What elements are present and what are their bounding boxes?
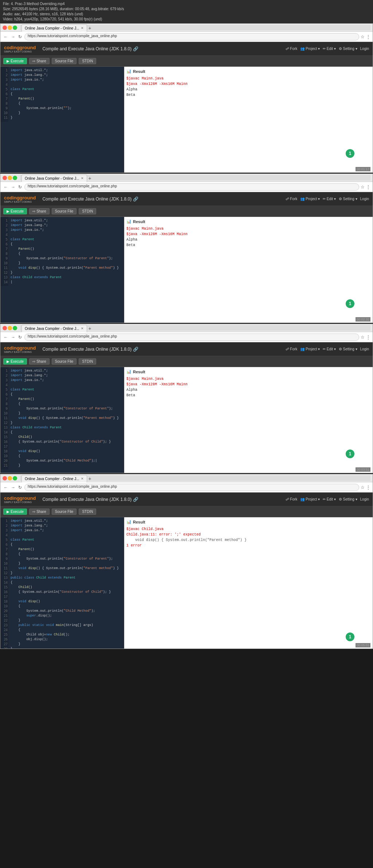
fork-btn-3[interactable]: ☍ Fork [286, 347, 298, 351]
source-file-button-1[interactable]: Source File [52, 58, 77, 64]
reload-btn-4[interactable]: ↻ [17, 484, 23, 490]
browser-tab-4[interactable]: Online Java Compiler - Online J... ✕ [21, 475, 87, 482]
execute-button-4[interactable]: ▶ Execute [3, 509, 27, 515]
edit-btn-4[interactable]: ✏ Edit ▾ [323, 497, 336, 501]
code-content-2[interactable]: import java.util.*; import java.lang.*; … [8, 217, 124, 286]
code-content-1[interactable]: import java.util.*; import java.lang.*; … [8, 67, 124, 122]
minimize-btn-3[interactable] [8, 326, 12, 330]
login-btn-1[interactable]: Login [360, 47, 369, 51]
maximize-btn-1[interactable] [13, 26, 17, 30]
code-editor-3[interactable]: 123456789101112131415161718192021 import… [0, 367, 124, 473]
source-file-button-2[interactable]: Source File [52, 208, 77, 214]
setting-btn-1[interactable]: ⚙ Setting ▾ [339, 47, 357, 51]
edit-btn-1[interactable]: ✏ Edit ▾ [323, 47, 336, 51]
reload-btn-3[interactable]: ↻ [17, 334, 23, 340]
code-editor-1[interactable]: 1234567891011 import java.util.*; import… [0, 67, 124, 172]
browser-tab-3[interactable]: Online Java Compiler - Online J... ✕ [21, 325, 87, 332]
new-tab-btn-4[interactable]: + [87, 476, 93, 482]
share-button-3[interactable]: ⇨ Share [29, 358, 50, 365]
forward-btn-3[interactable]: → [10, 334, 16, 340]
close-btn-4[interactable] [3, 476, 7, 480]
new-tab-btn-3[interactable]: + [87, 326, 93, 331]
cg-logo-sub-2: SIMPLY EASY CODING [4, 201, 36, 203]
back-btn-2[interactable]: ← [3, 184, 9, 190]
share-button-2[interactable]: ⇨ Share [29, 208, 50, 214]
fork-btn-2[interactable]: ☍ Fork [286, 197, 298, 201]
cg-title-link-3[interactable]: 🔗 [133, 347, 138, 352]
url-field-1[interactable]: https://www.tutorialspoint.com/compile_j… [24, 33, 359, 40]
menu-icon-2[interactable]: ⋮ [366, 184, 370, 190]
browser-section-1: Online Java Compiler - Online J... ✕ + ←… [0, 23, 373, 173]
execute-button-3[interactable]: ▶ Execute [3, 358, 27, 365]
project-btn-1[interactable]: 👥 Project ▾ [300, 47, 320, 51]
maximize-btn-3[interactable] [13, 326, 17, 330]
minimize-btn-4[interactable] [8, 476, 12, 480]
edit-btn-2[interactable]: ✏ Edit ▾ [323, 197, 336, 201]
project-btn-4[interactable]: 👥 Project ▾ [300, 497, 320, 501]
edit-btn-3[interactable]: ✏ Edit ▾ [323, 347, 336, 351]
setting-btn-3[interactable]: ⚙ Setting ▾ [339, 347, 357, 351]
reload-btn-2[interactable]: ↻ [17, 184, 23, 190]
forward-btn-2[interactable]: → [10, 184, 16, 190]
maximize-btn-4[interactable] [13, 476, 17, 480]
setting-btn-2[interactable]: ⚙ Setting ▾ [339, 197, 357, 201]
back-btn-4[interactable]: ← [3, 484, 9, 490]
stdin-button-3[interactable]: STDIN [79, 358, 96, 365]
execute-icon-3: ▶ [7, 359, 9, 363]
url-field-3[interactable]: https://www.tutorialspoint.com/compile_j… [24, 334, 359, 341]
close-btn-3[interactable] [3, 326, 7, 330]
login-btn-2[interactable]: Login [360, 197, 369, 201]
forward-btn-1[interactable]: → [10, 34, 16, 40]
close-btn-1[interactable] [3, 26, 7, 30]
menu-icon-1[interactable]: ⋮ [366, 34, 370, 39]
maximize-btn-2[interactable] [13, 176, 17, 180]
minimize-btn-2[interactable] [8, 176, 12, 180]
line-numbers-3: 123456789101112131415161718192021 [0, 367, 8, 470]
result-panel-3: 📊 Result $javac Mainn.java $java -Xmx128… [124, 367, 373, 473]
tab-close-1[interactable]: ✕ [81, 26, 84, 30]
source-file-button-3[interactable]: Source File [52, 358, 77, 365]
execute-button-1[interactable]: ▶ Execute [3, 58, 27, 64]
cg-title-link-2[interactable]: 🔗 [133, 196, 138, 202]
code-editor-2[interactable]: 1234567891011121314 import java.util.*; … [0, 217, 124, 323]
fork-btn-4[interactable]: ☍ Fork [286, 497, 298, 501]
url-field-4[interactable]: https://www.tutorialspoint.com/compile_j… [24, 484, 359, 491]
fork-btn-1[interactable]: ☍ Fork [286, 47, 298, 51]
url-field-2[interactable]: https://www.tutorialspoint.com/compile_j… [24, 183, 359, 191]
stdin-button-1[interactable]: STDIN [79, 58, 96, 64]
code-editor-4[interactable]: 1234567891011121314151617181920212223242… [0, 517, 124, 649]
back-btn-1[interactable]: ← [3, 34, 9, 40]
new-tab-btn-2[interactable]: + [87, 175, 93, 181]
new-tab-btn-1[interactable]: + [87, 25, 93, 31]
stdin-button-4[interactable]: STDIN [79, 509, 96, 515]
login-btn-4[interactable]: Login [360, 497, 369, 501]
tab-close-4[interactable]: ✕ [81, 477, 84, 480]
result-panel-1: 📊 Result $javac Mainn.java $java -Xmx128… [124, 67, 373, 172]
close-btn-2[interactable] [3, 176, 7, 180]
source-file-button-4[interactable]: Source File [52, 509, 77, 515]
stdin-button-2[interactable]: STDIN [79, 208, 96, 214]
forward-btn-4[interactable]: → [10, 484, 16, 490]
share-button-1[interactable]: ⇨ Share [29, 58, 50, 64]
share-button-4[interactable]: ⇨ Share [29, 509, 50, 515]
tab-close-3[interactable]: ✕ [81, 327, 84, 330]
project-btn-2[interactable]: 👥 Project ▾ [300, 197, 320, 201]
toolbar-2: ▶ Execute ⇨ Share Source File STDIN [0, 206, 373, 217]
menu-icon-4[interactable]: ⋮ [366, 485, 370, 490]
browser-tab-2[interactable]: Online Java Compiler - Online J... ✕ [21, 175, 87, 182]
back-btn-3[interactable]: ← [3, 334, 9, 340]
cg-title-link-1[interactable]: 🔗 [133, 46, 138, 51]
code-content-3[interactable]: import java.util.*; import java.lang.*; … [8, 367, 124, 470]
window-controls-3 [3, 326, 17, 330]
minimize-btn-1[interactable] [8, 26, 12, 30]
tab-close-2[interactable]: ✕ [81, 176, 84, 180]
execute-button-2[interactable]: ▶ Execute [3, 208, 27, 214]
setting-btn-4[interactable]: ⚙ Setting ▾ [339, 497, 357, 501]
code-content-4[interactable]: import java.util.*; import java.lang.*; … [8, 517, 124, 649]
project-btn-3[interactable]: 👥 Project ▾ [300, 347, 320, 351]
login-btn-3[interactable]: Login [360, 347, 369, 351]
cg-title-link-4[interactable]: 🔗 [133, 497, 138, 502]
menu-icon-3[interactable]: ⋮ [366, 335, 370, 340]
browser-tab-1[interactable]: Online Java Compiler - Online J... ✕ [21, 24, 87, 32]
reload-btn-1[interactable]: ↻ [17, 34, 23, 40]
